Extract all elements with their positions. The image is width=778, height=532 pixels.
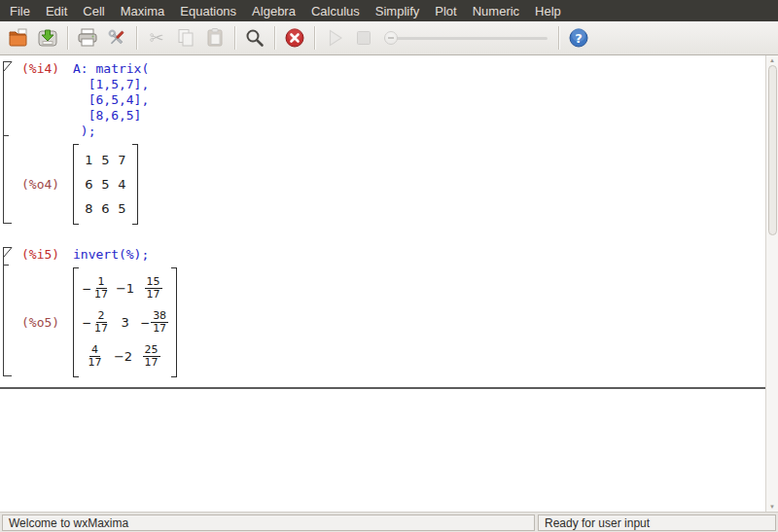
toolbar-separator (136, 26, 137, 50)
cut-icon: ✂ (149, 29, 163, 47)
input-label: (%i5) (21, 247, 73, 263)
horizontal-caret[interactable] (0, 387, 765, 389)
output-matrix: −117−11517−2173−3817417−22517 (73, 267, 177, 377)
cell-bracket[interactable] (3, 247, 12, 376)
interrupt-button[interactable] (280, 24, 309, 52)
play-button[interactable] (320, 24, 349, 52)
menu-bar: File Edit Cell Maxima Equations Algebra … (0, 0, 778, 21)
animation-slider[interactable] (384, 37, 548, 40)
save-button[interactable] (33, 24, 62, 52)
copy-button[interactable] (171, 24, 200, 52)
output-matrix: 157654865 (73, 144, 138, 225)
toolbar-separator (558, 26, 559, 50)
input-label: (%i4) (21, 61, 73, 139)
copy-icon (174, 26, 197, 50)
menu-equations[interactable]: Equations (172, 2, 244, 20)
bracket-tick (4, 135, 9, 136)
svg-text:?: ? (575, 31, 583, 46)
menu-numeric[interactable]: Numeric (465, 2, 527, 20)
input-code[interactable]: invert(%); (73, 247, 149, 263)
preferences-icon (105, 26, 128, 50)
cell-group-2[interactable]: (%i5) invert(%); (%o5) −117−11517−2173−3… (0, 247, 765, 377)
slider-track (384, 37, 548, 40)
open-icon (7, 26, 30, 50)
status-message: Welcome to wxMaxima (2, 514, 535, 531)
bracket-tick (4, 265, 9, 266)
toolbar: ✂ (0, 21, 778, 55)
input-code[interactable]: A: matrix( [1,5,7], [6,5,4], [8,6,5] ); (73, 61, 149, 139)
menu-cell[interactable]: Cell (75, 2, 112, 20)
worksheet[interactable]: (%i4) A: matrix( [1,5,7], [6,5,4], [8,6,… (0, 55, 778, 512)
menu-simplify[interactable]: Simplify (368, 2, 428, 20)
menu-calculus[interactable]: Calculus (303, 2, 368, 20)
help-icon: ? (567, 26, 590, 50)
slider-handle[interactable] (384, 31, 398, 45)
interrupt-icon (283, 26, 306, 50)
toolbar-separator (234, 26, 235, 50)
play-icon (323, 26, 346, 50)
menu-file[interactable]: File (2, 2, 38, 20)
vertical-scrollbar[interactable]: ▲ ▼ (765, 55, 778, 512)
scroll-down-icon[interactable]: ▼ (766, 503, 778, 511)
find-button[interactable] (240, 24, 269, 52)
output-label: (%o5) (21, 315, 73, 331)
cut-button[interactable]: ✂ (142, 24, 171, 52)
open-button[interactable] (4, 24, 33, 52)
toolbar-separator (274, 26, 275, 50)
scroll-up-icon[interactable]: ▲ (766, 56, 778, 64)
paste-icon (203, 26, 227, 50)
status-bar: Welcome to wxMaxima Ready for user input (0, 512, 778, 532)
menu-maxima[interactable]: Maxima (113, 2, 173, 20)
stop-icon (352, 26, 375, 50)
toolbar-separator (67, 26, 68, 50)
status-ready-text: Ready for user input (538, 514, 776, 531)
print-button[interactable] (73, 24, 102, 52)
print-icon (76, 26, 99, 50)
stop-button[interactable] (349, 24, 378, 52)
scrollbar-thumb[interactable] (768, 65, 777, 235)
paste-button[interactable] (200, 24, 230, 52)
search-icon (243, 26, 266, 50)
output-label: (%o4) (21, 177, 73, 193)
menu-plot[interactable]: Plot (427, 2, 464, 20)
cell-bracket[interactable] (3, 61, 12, 224)
menu-algebra[interactable]: Algebra (244, 2, 303, 20)
cell-group-1[interactable]: (%i4) A: matrix( [1,5,7], [6,5,4], [8,6,… (0, 61, 765, 225)
toolbar-separator (314, 26, 315, 50)
preferences-button[interactable] (102, 24, 131, 52)
help-button[interactable]: ? (564, 24, 593, 52)
menu-edit[interactable]: Edit (38, 2, 75, 20)
save-icon (36, 26, 59, 50)
menu-help[interactable]: Help (527, 2, 569, 20)
